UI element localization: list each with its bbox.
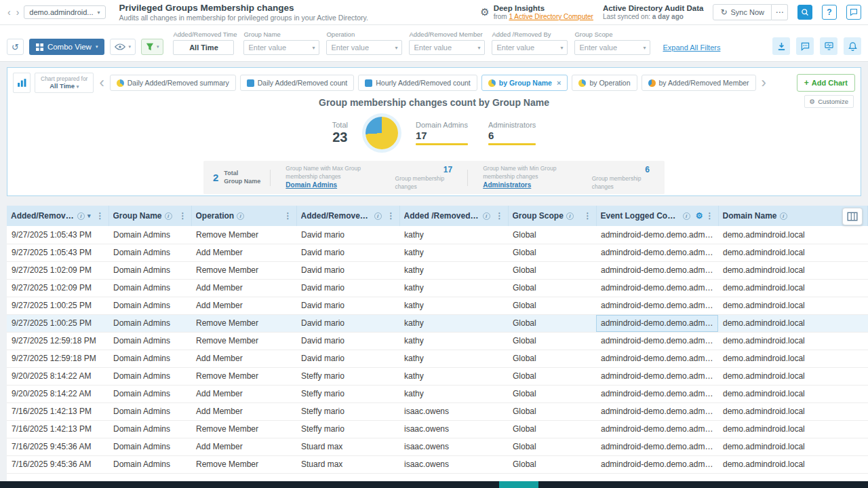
refresh-view-button[interactable]: ↺: [7, 39, 24, 55]
cell-added-removed-time: 9/27/2025 1:05:43 PM: [7, 226, 108, 244]
column-menu-icon[interactable]: ⋮: [284, 211, 292, 221]
legend-item[interactable]: Administrators 6: [488, 121, 536, 145]
filter-funnel-icon: [146, 43, 154, 51]
filter-value: All Time: [189, 43, 218, 52]
cell-event-logged-computer: admindroid-demo.demo.admin...: [596, 314, 718, 332]
cell-domain-name: demo.admindroid.local: [718, 367, 868, 385]
filter-input[interactable]: Enter value ▾: [326, 40, 402, 55]
column-menu-icon[interactable]: ⋮: [179, 211, 187, 221]
chat-bubble-icon: [850, 8, 858, 16]
pie-chart[interactable]: [366, 117, 398, 149]
feedback-button[interactable]: [846, 5, 861, 20]
domain-selector-value: demo.admindroid...: [29, 8, 93, 16]
cell-added-removed-by: kathy: [399, 279, 508, 297]
summary-max-group-link[interactable]: Domain Admins: [285, 181, 389, 190]
combo-view-button[interactable]: Combo View ▾: [29, 39, 105, 55]
column-header[interactable]: Operation i ▾ ⚙ ⋮: [191, 206, 296, 226]
chart-tab[interactable]: by Operation ×: [572, 75, 637, 91]
filter-input[interactable]: Enter value ▾: [243, 40, 319, 55]
notifications-button[interactable]: [844, 37, 861, 55]
table-row[interactable]: 9/27/2025 1:02:09 PM Domain Admins Add M…: [7, 279, 868, 297]
filter-input[interactable]: Enter value ▾: [574, 40, 650, 55]
table-row[interactable]: 9/27/2025 1:02:09 PM Domain Admins Remov…: [7, 261, 868, 279]
customize-button[interactable]: ⚙ Customize: [804, 95, 854, 108]
nav-forward-icon[interactable]: ›: [16, 7, 20, 18]
chart-tab[interactable]: Daily Added/Removed summary ×: [110, 75, 236, 91]
add-chart-label: Add Chart: [812, 79, 848, 87]
info-icon: i: [374, 212, 382, 220]
cell-added-removed-time: 9/27/2025 12:59:18 PM: [7, 332, 108, 350]
search-button[interactable]: [797, 5, 812, 20]
column-menu-icon[interactable]: ⋮: [496, 211, 504, 221]
help-button[interactable]: ?: [822, 5, 837, 20]
table-row[interactable]: 9/27/2025 1:05:43 PM Domain Admins Remov…: [7, 226, 868, 244]
filter-input[interactable]: All Time ▾: [173, 40, 234, 55]
cell-domain-name: demo.admindroid.local: [718, 261, 868, 279]
info-icon: i: [683, 212, 690, 220]
chart-tab[interactable]: Daily Added/Removed count ×: [240, 75, 355, 91]
plus-icon: +: [804, 78, 809, 88]
column-menu-icon[interactable]: ⋮: [706, 211, 714, 221]
domain-selector[interactable]: demo.admindroid... ▾: [24, 5, 105, 19]
table-row[interactable]: 9/27/2025 12:59:18 PM Domain Admins Remo…: [7, 332, 868, 350]
filter-input[interactable]: Enter value ▾: [492, 40, 568, 55]
table-row[interactable]: 9/20/2025 8:14:22 AM Domain Admins Remov…: [7, 367, 868, 385]
add-chart-button[interactable]: + Add Chart: [797, 74, 855, 92]
tabs-scroll-left-icon[interactable]: ‹: [98, 75, 105, 90]
summary-min-caption: Group Name with Min Group membership cha…: [483, 165, 587, 181]
chart-prepared-for-button[interactable]: Chart prepared for All Time ▾: [35, 73, 94, 93]
active-directory-computer-link[interactable]: 1 Active Directory Computer: [509, 13, 593, 20]
chart-tab[interactable]: by Added/Removed Member ×: [642, 75, 756, 91]
table-row[interactable]: 9/27/2025 1:00:25 PM Domain Admins Add M…: [7, 297, 868, 314]
cell-added-removed-time: 9/27/2025 1:02:09 PM: [7, 279, 108, 297]
legend-item[interactable]: Domain Admins 17: [416, 121, 468, 145]
column-menu-icon[interactable]: ⋮: [387, 211, 395, 221]
column-header[interactable]: Added /Removed By i ▾ ⚙ ⋮: [399, 206, 508, 226]
cell-group-name: Domain Admins: [108, 244, 191, 261]
table-row[interactable]: 7/16/2025 1:42:13 PM Domain Admins Remov…: [7, 420, 868, 438]
download-button[interactable]: [772, 37, 790, 55]
cell-added-removed-member: David mario: [296, 244, 399, 261]
sort-icon[interactable]: ▾: [87, 212, 91, 219]
close-icon[interactable]: ×: [557, 79, 561, 87]
chart-type-button[interactable]: [13, 73, 31, 93]
filter-input[interactable]: Enter value ▾: [409, 40, 485, 55]
column-visibility-button[interactable]: ▾: [110, 39, 136, 55]
column-settings-icon[interactable]: ⚙: [696, 211, 703, 221]
cell-added-removed-by: isaac.owens: [399, 438, 508, 455]
table-row[interactable]: 9/27/2025 12:59:18 PM Domain Admins Add …: [7, 350, 868, 367]
column-header[interactable]: Added/Removed Time i ▾ ⚙ ⋮: [7, 206, 108, 226]
expand-all-filters-link[interactable]: Expand All Filters: [663, 43, 720, 52]
table-row[interactable]: 7/16/2025 9:45:36 AM Domain Admins Remov…: [7, 455, 868, 473]
column-menu-icon[interactable]: ⋮: [96, 211, 104, 221]
chart-total: Total 23: [332, 121, 348, 145]
chart-prepared-label: Chart prepared for: [41, 75, 87, 82]
table-row[interactable]: 7/16/2025 1:42:13 PM Domain Admins Add M…: [7, 402, 868, 420]
table-row[interactable]: 9/27/2025 1:00:25 PM Domain Admins Remov…: [7, 314, 868, 332]
table-row[interactable]: 9/20/2025 8:14:22 AM Domain Admins Add M…: [7, 385, 868, 402]
column-header[interactable]: Added/Removed Member i ▾ ⚙ ⋮: [296, 206, 399, 226]
column-menu-icon[interactable]: ⋮: [584, 211, 592, 221]
nav-back-icon[interactable]: ‹: [7, 7, 12, 18]
summary-min-group-link[interactable]: Administrators: [483, 181, 587, 190]
column-header[interactable]: Event Logged Computer i ▾ ⚙ ⋮: [596, 206, 718, 226]
sync-now-label: Sync Now: [730, 8, 764, 16]
table-row[interactable]: 7/16/2025 9:45:36 AM Domain Admins Add M…: [7, 438, 868, 455]
column-chooser-button[interactable]: [842, 208, 863, 225]
table-row[interactable]: 9/27/2025 1:05:43 PM Domain Admins Add M…: [7, 244, 868, 261]
grid-icon: [36, 43, 43, 51]
filter-button[interactable]: ▾: [141, 39, 164, 55]
cell-added-removed-time: 7/16/2025 9:45:36 AM: [7, 455, 108, 473]
alert-monitor-button[interactable]: [820, 37, 837, 55]
column-header[interactable]: Group Scope i ▾ ⚙ ⋮: [508, 206, 596, 226]
status-bar-segment: [499, 481, 538, 488]
chart-tab[interactable]: Hourly Added/Removed count ×: [358, 75, 477, 91]
filter-field: Added/Removed Time All Time ▾: [173, 31, 237, 55]
column-header[interactable]: Group Name i ▾ ⚙ ⋮: [108, 206, 191, 226]
sync-more-options-button[interactable]: ⋯: [772, 4, 788, 20]
chart-tab[interactable]: by Group Name ×: [481, 75, 568, 91]
tabs-scroll-right-icon[interactable]: ›: [760, 75, 768, 90]
feedback-chat-button[interactable]: [796, 37, 814, 55]
sync-now-button[interactable]: ↻ Sync Now: [713, 4, 772, 20]
deep-insights-from-label: from: [494, 13, 507, 20]
